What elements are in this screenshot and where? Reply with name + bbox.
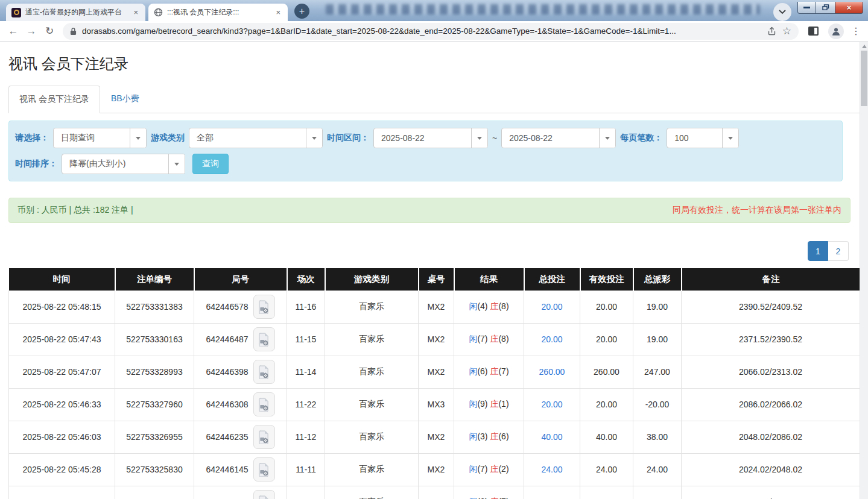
cell-time: 2025-08-22 05:44:59 [9, 486, 115, 499]
video-replay-button[interactable] [253, 490, 275, 499]
profile-avatar[interactable] [828, 24, 844, 39]
tab1-close-icon[interactable]: × [131, 8, 140, 17]
video-replay-button[interactable] [253, 457, 275, 482]
total-bet-link[interactable]: 260.00 [539, 367, 565, 377]
cell-game-type: 百家乐 [325, 486, 419, 499]
date-start-value: 2025-08-22 [374, 128, 471, 148]
share-icon[interactable] [767, 26, 777, 36]
bookmark-star-icon[interactable]: ☆ [782, 25, 791, 37]
round-number: 642446308 [206, 400, 248, 409]
url-text[interactable]: dorasabs.com/game/betrecord_search/kind3… [82, 27, 761, 36]
date-start-caret-button[interactable] [471, 128, 487, 148]
date-end-value: 2025-08-22 [502, 128, 599, 148]
tab-bb-tips[interactable]: BB小费 [100, 86, 150, 113]
round-number: 642446235 [206, 432, 248, 442]
reload-button[interactable]: ↻ [41, 23, 58, 40]
game-type-caret-button[interactable] [306, 128, 322, 148]
cell-bet-id: 522753325830 [115, 453, 194, 486]
cell-table-no: MX2 [419, 453, 454, 486]
scrollbar-thumb[interactable] [861, 51, 867, 106]
total-bet-link[interactable]: 20.00 [541, 400, 562, 409]
cell-total-bet[interactable]: 20.00 [524, 290, 580, 323]
cell-total-bet[interactable]: 20.00 [524, 388, 580, 421]
side-panel-icon[interactable] [808, 27, 819, 36]
date-end-select[interactable]: 2025-08-22 [501, 128, 616, 148]
round-number: 642446398 [206, 367, 248, 377]
banker-result: 庄 [490, 464, 498, 474]
page-size-caret-button[interactable] [722, 128, 738, 148]
game-type-select[interactable]: 全部 [189, 128, 323, 148]
search-button[interactable]: 查询 [192, 154, 229, 174]
cell-total-bet[interactable]: 40.00 [524, 421, 580, 453]
cell-bet-id: 522753326955 [115, 421, 194, 453]
video-replay-button[interactable] [253, 295, 275, 319]
page-button-2[interactable]: 2 [828, 241, 849, 261]
back-button[interactable]: ← [5, 23, 22, 40]
query-type-caret-button[interactable] [130, 128, 146, 148]
video-file-icon [258, 333, 270, 347]
cell-payout: 38.00 [633, 421, 682, 453]
cell-total-bet[interactable]: 20.00 [524, 486, 580, 499]
close-window-button[interactable]: × [835, 2, 863, 14]
maximize-button[interactable] [816, 2, 835, 14]
browser-titlebar: 通宝-信誉最好的网上游戏平台 × :::视讯 会员下注纪录::: × + × [0, 0, 868, 21]
cell-game-type: 百家乐 [325, 453, 419, 486]
total-bet-link[interactable]: 24.00 [541, 465, 562, 474]
browser-menu-icon[interactable]: ⋮ [849, 25, 863, 37]
video-file-icon [258, 430, 270, 444]
tab-strip: 通宝-信誉最好的网上游戏平台 × :::视讯 会员下注纪录::: × + [0, 0, 309, 21]
total-bet-link[interactable]: 20.00 [541, 334, 562, 344]
date-range-tilde: ~ [492, 133, 497, 143]
cell-session: 11-10 [287, 486, 325, 499]
video-replay-button[interactable] [253, 425, 275, 449]
chevron-down-icon [779, 10, 786, 14]
sort-caret-button[interactable] [168, 154, 185, 174]
query-type-select[interactable]: 日期查询 [53, 128, 147, 148]
cell-valid-bet: 20.00 [580, 290, 633, 323]
cell-bet-id: 522753330163 [115, 323, 194, 356]
cell-time: 2025-08-22 05:48:15 [9, 290, 115, 323]
sort-select[interactable]: 降幂(由大到小) [62, 154, 185, 174]
minimize-button[interactable] [797, 2, 816, 14]
tab-search-chevron-button[interactable] [773, 3, 791, 21]
cell-note: 2390.52/2409.52 [682, 290, 860, 323]
browser-tab-1[interactable]: 通宝-信誉最好的网上游戏平台 × [6, 4, 145, 21]
address-bar[interactable]: dorasabs.com/game/betrecord_search/kind3… [63, 23, 799, 40]
browser-tab-2[interactable]: :::视讯 会员下注纪录::: × [148, 4, 288, 21]
forward-button[interactable]: → [23, 23, 40, 40]
cell-session: 11-16 [287, 290, 325, 323]
column-header-0: 时间 [9, 268, 115, 290]
date-start-select[interactable]: 2025-08-22 [373, 128, 488, 148]
video-file-icon [258, 365, 270, 379]
cell-payout: 24.00 [633, 453, 682, 486]
table-row: 2025-08-22 05:45:28522753325830642446145… [9, 453, 860, 486]
total-bet-link[interactable]: 20.00 [541, 302, 562, 312]
column-header-1: 注单编号 [115, 268, 194, 290]
tab-bet-records[interactable]: 视讯 会员下注纪录 [8, 86, 100, 113]
tab1-title: 通宝-信誉最好的网上游戏平台 [25, 7, 127, 17]
cell-payout: 19.00 [633, 323, 682, 356]
page-size-select[interactable]: 100 [667, 128, 739, 148]
cell-total-bet[interactable]: 260.00 [524, 356, 580, 388]
cell-game-type: 百家乐 [325, 323, 419, 356]
cell-total-bet[interactable]: 24.00 [524, 453, 580, 486]
cell-time: 2025-08-22 05:47:43 [9, 323, 115, 356]
video-replay-button[interactable] [253, 360, 275, 384]
video-replay-button[interactable] [253, 327, 275, 351]
cell-bet-id: 522753324886 [115, 486, 194, 499]
total-bet-link[interactable]: 40.00 [541, 432, 562, 442]
banker-result: 庄 [490, 399, 498, 409]
cell-session: 11-15 [287, 323, 325, 356]
date-end-caret-button[interactable] [599, 128, 615, 148]
video-replay-button[interactable] [253, 392, 275, 416]
summary-bar: 币别 : 人民币 | 总共 :182 注单 | 同局有效投注，统一计算在该局第一… [8, 198, 851, 223]
new-tab-button[interactable]: + [294, 4, 309, 19]
cell-total-bet[interactable]: 20.00 [524, 323, 580, 356]
page-size-label: 每页笔数： [620, 133, 662, 143]
tab2-close-icon[interactable]: × [274, 8, 282, 17]
page-scrollbar[interactable] [860, 42, 868, 499]
cell-result: 闲(7) 庄(8) [454, 323, 524, 356]
scrollbar-up-arrow[interactable] [862, 45, 867, 48]
page-button-1[interactable]: 1 [808, 241, 828, 261]
caret-down-icon [605, 137, 610, 140]
